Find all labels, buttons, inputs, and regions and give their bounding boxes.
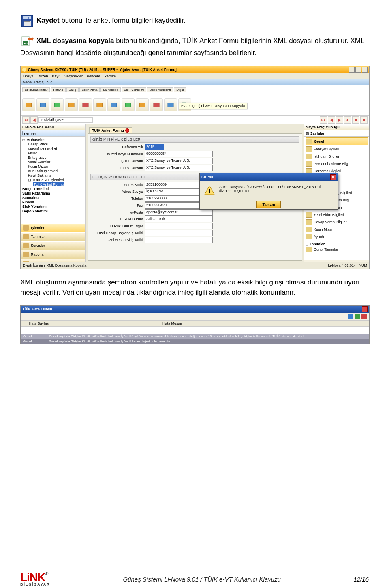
page-item-genel[interactable]: Genel xyxy=(306,137,368,145)
section-raporlar[interactable]: Raporlar xyxy=(21,250,85,259)
eposta-input[interactable]: eposta@xyz.com.tr xyxy=(145,209,213,216)
toolbar-icon[interactable] xyxy=(122,98,135,111)
info-icon[interactable] xyxy=(348,314,353,319)
toolbar-icon[interactable] xyxy=(93,98,106,111)
tabela-input[interactable]: XYZ Sanayi ve Ticaret A.Ş. xyxy=(145,165,213,171)
referans-yili-input[interactable]: 2015 xyxy=(145,144,164,150)
toolbar-icon[interactable] xyxy=(136,98,149,111)
tree-node-selected[interactable]: TUIK Anket Formu xyxy=(33,182,64,186)
nav-tab[interactable]: Satış xyxy=(66,87,79,92)
page-footer: LiNK® BİLGİSAYAR Güneş Sistemi Li-Nova 9… xyxy=(20,572,369,586)
tree-node[interactable]: Hesap Planı xyxy=(22,142,84,146)
tree-root[interactable]: Muhasebe xyxy=(27,138,45,142)
error-close-button[interactable] xyxy=(362,306,368,312)
toolbar-icon[interactable] xyxy=(164,98,177,111)
page-item[interactable]: Personel Ödeme Bilg.. xyxy=(306,160,368,167)
toolbar-icon[interactable] xyxy=(51,98,64,111)
toolbar-icon[interactable] xyxy=(107,98,120,111)
svg-rect-20 xyxy=(168,103,173,107)
nav-tab[interactable]: Depo Yönetimi xyxy=(147,87,173,92)
app-icon xyxy=(22,68,26,72)
menu-item[interactable]: Kayıt xyxy=(52,74,61,78)
nav-first-button[interactable]: ⏮ xyxy=(22,116,30,124)
tree-node[interactable]: Fişler xyxy=(22,151,84,155)
toolbar-icon[interactable] xyxy=(150,98,163,111)
error-blank-row xyxy=(21,327,369,334)
cancel-icon[interactable] xyxy=(361,314,367,319)
tree-sibling[interactable]: Bütçe Yönetimi xyxy=(22,187,84,191)
toolbar-icon[interactable] xyxy=(79,98,92,111)
error-row[interactable]: GenelGenel sayfada Girişim Kimlik bölümü… xyxy=(21,334,369,339)
tree-node[interactable]: Yasal Formlar xyxy=(22,160,84,164)
dialog-close-button[interactable]: × xyxy=(330,174,336,180)
page-item[interactable]: Faaliyet Bilgileri xyxy=(306,145,368,153)
nav-button[interactable]: ⏮ xyxy=(320,116,327,124)
section-tanimlar[interactable]: Tanımlar xyxy=(21,232,85,241)
kayit-no-input[interactable]: 9999999954 xyxy=(145,151,213,157)
unvan-input[interactable]: XYZ Sanayi ve Ticaret A.Ş. xyxy=(145,158,213,164)
menu-item[interactable]: Yardım xyxy=(105,74,116,78)
hukuki-input[interactable]: Adi Ortaklık xyxy=(145,216,213,222)
page-item[interactable]: Yerel Birim Bilgileri xyxy=(306,211,368,218)
menu-item[interactable]: Düzen xyxy=(38,74,48,78)
field-label: e-Posta xyxy=(90,210,145,214)
tree-sibling[interactable]: Satınalma xyxy=(22,196,84,200)
tree-node[interactable]: Kesin Mizan xyxy=(22,165,84,169)
ok-icon[interactable] xyxy=(355,314,360,319)
tree-sibling[interactable]: Satış Pazarlama xyxy=(22,191,84,195)
nav-tab[interactable]: Stok Yönetimi xyxy=(122,87,146,92)
form-tab[interactable]: TUIK Anket Formu xyxy=(89,127,132,133)
form-area: TUIK Anket Formu GİRİŞİMİN KİMLİK BİLGİL… xyxy=(86,124,304,262)
nav-company-label: Kollektif Şirket xyxy=(38,117,93,123)
tree-node[interactable]: Kayıt Saklama xyxy=(22,173,84,177)
page-item[interactable]: Genel Tanımlar xyxy=(306,246,368,253)
toolbar-icon[interactable] xyxy=(36,98,49,111)
section-servisler[interactable]: Servisler xyxy=(21,241,85,250)
nav-tab[interactable]: Diğer xyxy=(174,87,186,92)
nav-button[interactable]: ■ xyxy=(360,116,368,124)
tree-node[interactable]: Entegrasyon xyxy=(22,156,84,160)
tree-sibling[interactable]: Finans xyxy=(22,200,84,204)
nav-button[interactable]: ⏭ xyxy=(344,116,351,124)
toolbar-icon[interactable] xyxy=(22,98,35,111)
ozel-baslangic-input[interactable] xyxy=(145,230,213,236)
pages-header: Sayfalar xyxy=(310,131,325,135)
nav-button[interactable]: ◀ xyxy=(328,116,335,124)
page-item[interactable]: Kesin Mizan xyxy=(306,226,368,233)
close-tab-icon[interactable] xyxy=(125,128,129,133)
menu-item[interactable]: Pencere xyxy=(87,74,100,78)
error-row[interactable]: GenelGenel sayfada Girişim Kimlik bölümü… xyxy=(21,339,369,344)
tanimlar-header: Tanımlar xyxy=(310,242,325,246)
tree-node[interactable]: Masraf Merkezleri xyxy=(22,147,84,151)
nav-tab[interactable]: Muhasebe xyxy=(100,87,120,92)
tree-node[interactable]: Kur Farkı İşlemleri xyxy=(22,169,84,173)
page-item[interactable]: İstihdam Bilgileri xyxy=(306,153,368,160)
ozel-bitis-input[interactable] xyxy=(145,237,213,243)
nav-button[interactable]: ▶ xyxy=(336,116,343,124)
xml-export-icon: .xml xyxy=(20,35,34,48)
nav-tab[interactable]: Satın Alma xyxy=(79,87,100,92)
menu-item[interactable]: Seçenekler xyxy=(64,74,83,78)
dialog-title: KKP90 xyxy=(201,175,213,179)
maximize-button[interactable] xyxy=(355,67,361,73)
ok-button[interactable]: Tamam xyxy=(256,201,281,208)
nav-tab[interactable]: Finans xyxy=(51,87,65,92)
toolbar-icon[interactable] xyxy=(65,98,78,111)
nav-prev-button[interactable]: ◀ xyxy=(30,116,38,124)
menu-item[interactable]: Dosya xyxy=(23,74,34,78)
section-islemler[interactable]: İşlemler xyxy=(21,223,85,232)
close-button[interactable] xyxy=(362,67,368,73)
page-item[interactable]: Cevap Veren Bilgileri xyxy=(306,218,368,226)
nav-tab[interactable]: Sık kullanılanlar xyxy=(22,87,50,92)
svg-rect-12 xyxy=(54,103,60,107)
tree-sibling[interactable]: Depo Yönetimi xyxy=(22,209,84,213)
tree: ⊟ Muhasebe Hesap Planı Masraf Merkezleri… xyxy=(21,137,85,223)
minimize-button[interactable] xyxy=(349,67,355,73)
tree-sibling[interactable]: Stok Yönetimi xyxy=(22,205,84,209)
form-group-kimlik: GİRİŞİMİN KİMLİK BİLGİLERİ xyxy=(90,136,299,143)
nav-button[interactable]: ■ xyxy=(352,116,359,124)
tree-node[interactable]: TUIK e-VT İşlemleri xyxy=(32,178,64,182)
page-item[interactable]: Ayrıntı xyxy=(306,233,368,240)
hukuki-diger-input[interactable] xyxy=(145,223,213,229)
status-numlock: NUM xyxy=(359,263,368,267)
